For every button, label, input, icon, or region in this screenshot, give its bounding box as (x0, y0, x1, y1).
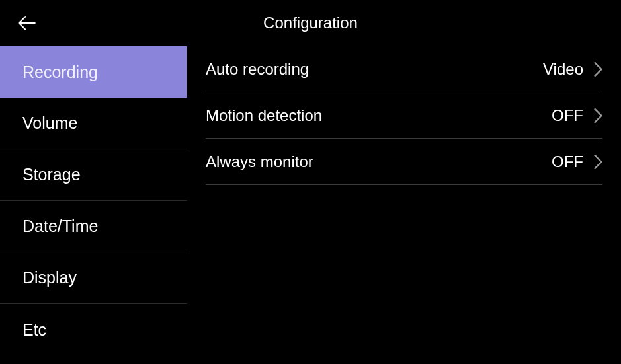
sidebar-item-datetime[interactable]: Date/Time (0, 201, 187, 252)
sidebar-item-recording[interactable]: Recording (0, 46, 187, 98)
sidebar: Recording Volume Storage Date/Time Displ… (0, 46, 187, 364)
header: Configuration (0, 0, 621, 46)
setting-value-wrap: OFF (552, 106, 602, 125)
sidebar-item-label: Display (22, 268, 77, 287)
setting-label: Motion detection (206, 106, 322, 125)
setting-value: Video (543, 60, 583, 79)
sidebar-item-volume[interactable]: Volume (0, 98, 187, 149)
setting-always-monitor[interactable]: Always monitor OFF (206, 139, 602, 185)
sidebar-item-display[interactable]: Display (0, 252, 187, 304)
setting-motion-detection[interactable]: Motion detection OFF (206, 92, 602, 139)
back-button[interactable] (13, 10, 40, 36)
sidebar-item-label: Volume (22, 114, 77, 133)
chevron-right-icon (594, 108, 602, 123)
sidebar-item-label: Date/Time (22, 217, 98, 236)
content: Recording Volume Storage Date/Time Displ… (0, 46, 621, 364)
page-title: Configuration (263, 14, 358, 32)
setting-value-wrap: Video (543, 60, 602, 79)
sidebar-item-storage[interactable]: Storage (0, 149, 187, 201)
chevron-right-icon (594, 62, 602, 77)
back-arrow-icon (15, 12, 38, 34)
setting-value: OFF (552, 106, 583, 125)
setting-value-wrap: OFF (552, 153, 602, 171)
setting-auto-recording[interactable]: Auto recording Video (206, 46, 602, 92)
sidebar-item-label: Etc (22, 320, 46, 340)
sidebar-item-label: Recording (22, 63, 98, 82)
sidebar-item-label: Storage (22, 165, 81, 184)
setting-value: OFF (552, 153, 583, 171)
sidebar-item-etc[interactable]: Etc (0, 304, 187, 355)
chevron-right-icon (594, 155, 602, 169)
main-panel: Auto recording Video Motion detection OF… (187, 46, 621, 364)
setting-label: Auto recording (206, 60, 309, 79)
setting-label: Always monitor (206, 153, 313, 171)
